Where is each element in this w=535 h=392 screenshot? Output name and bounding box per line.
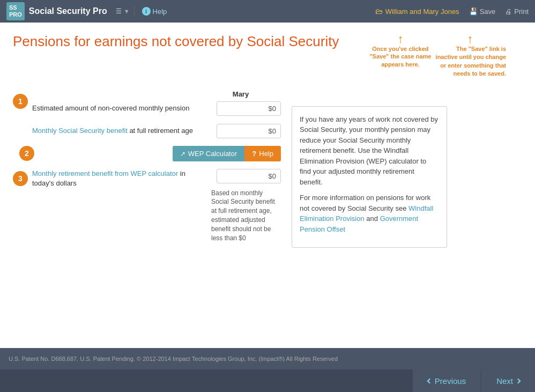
patent-text: U.S. Patent No. D688,687. U.S. Patent Pe… [9, 356, 526, 362]
row2: Monthly Social Security benefit at full … [13, 124, 281, 138]
info-panel: If you have any years of work not covere… [292, 90, 447, 250]
previous-button[interactable]: Previous [412, 369, 481, 392]
external-link-icon [180, 150, 185, 158]
info-box: If you have any years of work not covere… [292, 106, 447, 248]
main-content: Pensions for earnings not covered by Soc… [0, 23, 535, 348]
row1: 1 Estimated amount of non-covered monthl… [13, 101, 281, 116]
info-paragraph2: For more information on pensions for wor… [300, 193, 439, 234]
case-name[interactable]: 🗁 William and Mary Jones [375, 7, 459, 16]
content-area: Mary 1 Estimated amount of non-covered m… [13, 90, 522, 250]
help-orange-button[interactable]: Help [244, 146, 281, 161]
help-button[interactable]: i Help [142, 7, 167, 16]
step3-badge: 3 [13, 171, 28, 186]
menu-button[interactable]: ☰ ▼ [116, 8, 130, 15]
column-header: Mary [206, 90, 276, 98]
row2-label: Monthly Social Security benefit at full … [32, 126, 211, 136]
row3: 3 Monthly retirement benefit from WEP ca… [13, 169, 281, 243]
question-icon [252, 150, 256, 158]
wep-calculator-button[interactable]: WEP Calculator [173, 146, 245, 161]
row2-input[interactable] [217, 124, 281, 138]
next-button[interactable]: Next [481, 369, 535, 392]
row3-input-col: Based on monthly Social Security benefit… [211, 169, 281, 243]
row3-note: Based on monthly Social Security benefit… [211, 189, 281, 243]
save-callout: The "Save" link is inactive until you ch… [434, 45, 506, 78]
step2-badge: 2 [19, 146, 34, 161]
page-title: Pensions for earnings not covered by Soc… [13, 33, 351, 50]
row1-label: Estimated amount of non-covered monthly … [32, 103, 211, 113]
app-header: SS PRO Social Security Pro ☰ ▼ i Help 🗁 … [0, 0, 535, 23]
print-button[interactable]: 🖨 Print [505, 8, 529, 16]
row2-input-col [211, 124, 281, 138]
header-divider [134, 6, 135, 17]
form-header: Mary [13, 90, 281, 98]
form-area: Mary 1 Estimated amount of non-covered m… [13, 90, 281, 250]
chevron-left-icon [427, 378, 432, 383]
row3-input[interactable] [217, 169, 281, 183]
header-right: 🗁 William and Mary Jones 💾 Save 🖨 Print [375, 7, 529, 16]
wep-buttons: WEP Calculator Help [173, 146, 281, 161]
row1-input[interactable] [217, 101, 281, 116]
app-logo: SS PRO [6, 2, 25, 20]
wep-row: 2 WEP Calculator Help [13, 146, 281, 161]
footer: U.S. Patent No. D688,687. U.S. Patent Pe… [0, 348, 535, 369]
nav-buttons: Previous Next [0, 369, 535, 392]
app-title: Social Security Pro [29, 6, 107, 16]
row3-label: Monthly retirement benefit from WEP calc… [32, 169, 211, 188]
chevron-right-icon [516, 378, 521, 383]
row1-input-col [211, 101, 281, 116]
step1-badge: 1 [13, 94, 28, 109]
info-paragraph1: If you have any years of work not covere… [300, 114, 439, 188]
save-button[interactable]: 💾 Save [469, 8, 496, 16]
